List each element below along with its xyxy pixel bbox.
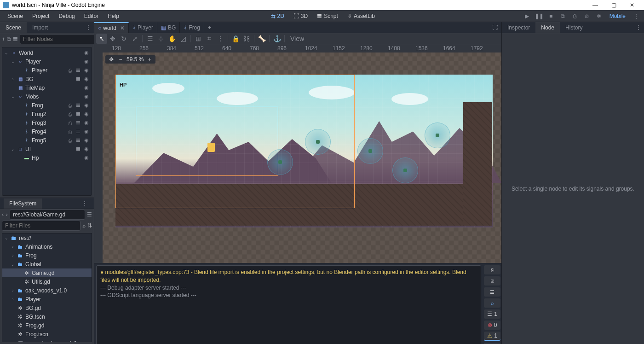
- frog-gizmo[interactable]: [357, 138, 383, 164]
- zoom-in-button[interactable]: +: [146, 56, 153, 63]
- warning-count[interactable]: ⚠1: [484, 332, 500, 341]
- script-icon[interactable]: 𝌆: [75, 120, 81, 126]
- eye-icon[interactable]: ◉: [83, 93, 90, 100]
- scene-dock-options-icon[interactable]: ⋮: [83, 22, 94, 33]
- eye-icon[interactable]: ◉: [83, 67, 90, 74]
- pause-button[interactable]: ❚❚: [534, 11, 544, 21]
- workspace-script[interactable]: 𝌆Script: [312, 11, 343, 21]
- eye-icon[interactable]: ◉: [83, 85, 90, 91]
- tab-scene[interactable]: Scene: [0, 22, 27, 33]
- instance-scene-button[interactable]: ⧉: [7, 36, 11, 42]
- snap-options-icon[interactable]: ⋮: [215, 34, 226, 44]
- chevron-icon[interactable]: ⌄: [11, 94, 15, 99]
- script-icon[interactable]: 𝌆: [75, 67, 81, 74]
- filesystem-title[interactable]: FileSystem: [4, 198, 42, 209]
- output-log[interactable]: ● modules/gltf/register_types.cpp:73 - B…: [96, 265, 481, 344]
- scene-tree-node[interactable]: ›▦BG𝌆◉: [2, 75, 92, 83]
- rotate-tool[interactable]: ↻: [118, 34, 129, 44]
- chevron-icon[interactable]: ⌄: [11, 59, 15, 64]
- copy-output-button[interactable]: ⎘: [484, 265, 500, 274]
- chevron-icon[interactable]: ›: [11, 288, 15, 293]
- fs-sort-button[interactable]: ⇅: [87, 222, 92, 229]
- fs-tree-item[interactable]: ▤game_background_1.png: [2, 338, 92, 342]
- filter-output-button[interactable]: ☰: [484, 287, 500, 297]
- fs-tree-item[interactable]: ›🖿Frog: [2, 251, 92, 260]
- menu-help[interactable]: Help: [103, 11, 124, 21]
- render-menu-icon[interactable]: ⋮: [631, 11, 641, 21]
- right-dock-options-icon[interactable]: ⋮: [633, 22, 644, 33]
- distraction-free-button[interactable]: ⛶: [489, 22, 501, 33]
- chevron-icon[interactable]: ⌄: [11, 262, 15, 267]
- chevron-icon[interactable]: ⌄: [11, 147, 15, 152]
- chevron-icon[interactable]: ⌄: [4, 236, 9, 240]
- scene-tree-node[interactable]: ᚼPlayer⎙𝌆◉: [2, 66, 92, 75]
- chevron-icon[interactable]: ›: [11, 245, 15, 249]
- scene-tab[interactable]: ᚼFrog: [180, 22, 204, 33]
- eye-icon[interactable]: ◉: [83, 137, 90, 144]
- pivot-tool[interactable]: ⊹: [155, 34, 167, 44]
- scene-tree-node[interactable]: ▬Hp◉: [2, 153, 92, 162]
- scene-tree-node[interactable]: ᚼFrog3⎙𝌆◉: [2, 118, 92, 127]
- fs-tree-item[interactable]: ✲BG.tscn: [2, 312, 92, 321]
- attach-script-button[interactable]: 𝌆: [13, 36, 18, 42]
- fs-back-button[interactable]: ‹: [2, 211, 4, 218]
- group-button[interactable]: ⛓: [241, 34, 252, 44]
- scene-icon[interactable]: ⎙: [67, 111, 73, 117]
- fs-search-icon[interactable]: ⌕: [82, 222, 86, 229]
- scene-tree-node[interactable]: ᚼFrog⎙𝌆◉: [2, 101, 92, 110]
- fs-path-input[interactable]: [10, 210, 85, 220]
- fs-tree-item[interactable]: ⌄🖿res://: [2, 233, 92, 242]
- fs-tree-item[interactable]: ✲Game.gd: [2, 268, 92, 277]
- fs-tree-item[interactable]: ›🖿oak_woods_v1.0: [2, 286, 92, 295]
- scene-tree-node[interactable]: ᚼFrog5⎙𝌆◉: [2, 136, 92, 145]
- fs-filter-input[interactable]: [2, 221, 80, 231]
- script-icon[interactable]: 𝌆: [75, 146, 81, 152]
- ruler-tool[interactable]: ◿: [178, 34, 189, 44]
- eye-icon[interactable]: ◉: [83, 76, 90, 82]
- menu-project[interactable]: Project: [28, 11, 54, 21]
- smart-snap-toggle[interactable]: ⌗: [204, 34, 215, 44]
- view-menu[interactable]: View: [287, 34, 308, 44]
- workspace-3d[interactable]: ⛶3D: [289, 11, 312, 21]
- script-icon[interactable]: 𝌆: [75, 111, 81, 117]
- fs-tree-item[interactable]: ›🖿Animations: [2, 242, 92, 251]
- bone-tool[interactable]: 🦴: [256, 34, 267, 44]
- frog-gizmo[interactable]: [305, 129, 331, 155]
- eye-icon[interactable]: ◉: [83, 111, 90, 117]
- tab-node[interactable]: Node: [535, 22, 560, 33]
- filesystem-tree[interactable]: ⌄🖿res://›🖿Animations›🖿Frog⌄🖿Global✲Game.…: [2, 233, 92, 342]
- close-tab-icon[interactable]: ✕: [120, 25, 125, 31]
- scene-tree-node[interactable]: ▦TileMap◉: [2, 83, 92, 92]
- script-icon[interactable]: 𝌆: [75, 102, 81, 109]
- eye-icon[interactable]: ◉: [83, 50, 90, 56]
- add-node-button[interactable]: +: [2, 36, 5, 42]
- frog-gizmo[interactable]: [267, 149, 293, 175]
- scene-tree-node[interactable]: ⌄○World◉: [2, 48, 92, 57]
- fs-tree-item[interactable]: ✲BG.gd: [2, 303, 92, 312]
- player-sprite[interactable]: [207, 143, 215, 152]
- anchor-tool[interactable]: ⚓: [271, 34, 282, 44]
- script-icon[interactable]: 𝌆: [75, 76, 81, 82]
- eye-icon[interactable]: ◉: [83, 102, 90, 109]
- select-tool[interactable]: ↖: [96, 34, 107, 44]
- frog-gizmo[interactable]: [392, 157, 418, 183]
- scene-tree-node[interactable]: ᚼFrog2⎙𝌆◉: [2, 110, 92, 118]
- fs-split-button[interactable]: ☰: [87, 211, 92, 218]
- render-mode-dropdown[interactable]: Mobile: [606, 13, 629, 19]
- fs-tree-item[interactable]: ⌄🖿Global: [2, 260, 92, 268]
- fs-forward-button[interactable]: ›: [6, 211, 8, 218]
- lock-button[interactable]: 🔒: [230, 34, 241, 44]
- remote-play-button[interactable]: ⧉: [558, 11, 568, 21]
- menu-editor[interactable]: Editor: [80, 11, 103, 21]
- chevron-icon[interactable]: ›: [11, 297, 15, 302]
- stop-button[interactable]: ■: [546, 11, 556, 21]
- tab-history[interactable]: History: [560, 22, 588, 33]
- workspace-assetlib[interactable]: ⇩AssetLib: [343, 11, 380, 21]
- scene-tree-node[interactable]: ⌄□UI𝌆◉: [2, 145, 92, 153]
- maximize-button[interactable]: ▢: [604, 0, 623, 10]
- fs-tree-item[interactable]: ›🖿Player: [2, 295, 92, 303]
- play-custom-button[interactable]: ⎚: [582, 11, 592, 21]
- list-select-tool[interactable]: ☰: [144, 34, 155, 44]
- fs-tree-item[interactable]: ✲Frog.gd: [2, 321, 92, 330]
- eye-icon[interactable]: ◉: [83, 155, 90, 161]
